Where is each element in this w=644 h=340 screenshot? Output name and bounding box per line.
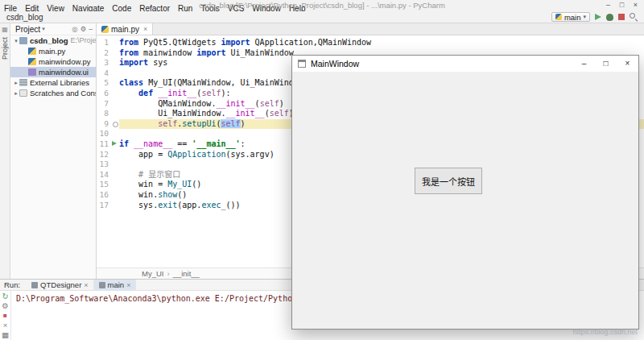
mainwindow-dialog: MainWindow –□× 我是一个按钮 <box>291 55 639 330</box>
gutter-spacer <box>111 170 119 180</box>
watermark: https://blog.csdn.net <box>572 328 638 336</box>
gutter-spacer <box>111 150 119 160</box>
code-text: def __init__(self): <box>119 89 231 99</box>
project-panel-title[interactable]: Project <box>15 25 40 34</box>
breadcrumb-item-init[interactable]: __init__ <box>173 269 200 278</box>
close-icon[interactable]: × <box>3 321 8 330</box>
gutter-marker-icon[interactable] <box>111 119 119 130</box>
tree-item-mainwindow-ui[interactable]: mainwindow.ui <box>10 67 96 77</box>
hide-icon[interactable]: – <box>89 23 93 35</box>
dialog-title: MainWindow <box>311 59 359 68</box>
tree-item-external-libraries[interactable]: ▸External Libraries <box>10 77 96 88</box>
tree-item-label: main.py <box>39 46 65 56</box>
tree-item-label: External Libraries <box>30 77 89 88</box>
tool-window-strip: ▦ Project <box>0 23 10 279</box>
breadcrumb-item-my-ui[interactable]: My_UI <box>142 269 163 278</box>
line-number[interactable]: 8 <box>97 109 111 119</box>
line-number[interactable]: 17 <box>97 201 111 211</box>
menu-bar: FileEditViewNavigateCodeRefactorRunTools… <box>0 0 644 11</box>
editor-tab-main-py[interactable]: main.py × <box>97 23 153 35</box>
run-line-icon[interactable] <box>111 139 119 150</box>
run-toolbar: ↻⚙■×▦▥ <box>0 291 11 340</box>
search-everywhere-icon[interactable] <box>630 13 638 21</box>
tool-window-switcher-icon[interactable]: ▦ <box>0 26 10 33</box>
gutter-spacer <box>111 160 119 170</box>
maximize-button[interactable]: □ <box>615 0 629 10</box>
code-text: win = My_UI() <box>119 180 201 190</box>
close-icon[interactable]: × <box>84 281 88 289</box>
code-text: self.setupUi(self) <box>119 119 246 130</box>
settings-icon[interactable]: ⚙ <box>2 302 9 310</box>
line-number[interactable]: 4 <box>97 68 111 79</box>
line-number[interactable]: 15 <box>97 180 111 190</box>
run-config-label: main <box>564 13 581 22</box>
gutter-spacer <box>111 38 119 48</box>
run-tab-qtdesigner[interactable]: QTDesigner× <box>27 280 93 291</box>
dialog-title-bar[interactable]: MainWindow –□× <box>292 56 638 72</box>
chevron-expanded-icon[interactable]: ▾ <box>13 35 19 46</box>
line-number[interactable]: 6 <box>97 89 111 99</box>
close-button[interactable]: × <box>629 0 642 10</box>
gutter-spacer <box>111 190 119 201</box>
tree-item-main-py[interactable]: main.py <box>10 46 96 56</box>
console-icon <box>31 282 38 288</box>
line-number[interactable]: 10 <box>97 129 111 139</box>
close-icon[interactable]: × <box>143 25 147 33</box>
dialog-window-controls: –□× <box>573 56 638 72</box>
gutter-spacer <box>111 201 119 211</box>
code-text: from mainwindow import Ui_MainWindow <box>119 48 294 59</box>
editor-tab-bar: main.py × <box>97 23 644 35</box>
line-number[interactable]: 12 <box>97 150 111 160</box>
run-tab-main[interactable]: main× <box>94 280 137 291</box>
line-number[interactable]: 7 <box>97 99 111 110</box>
grid-icon[interactable]: ▦ <box>2 331 9 339</box>
console-icon <box>99 282 105 288</box>
code-text: if __name__ == '__main__': <box>119 139 246 150</box>
tree-item-scratches-and-consoles[interactable]: ▸Scratches and Consoles <box>10 88 96 98</box>
line-number[interactable]: 3 <box>97 58 111 68</box>
gutter-spacer <box>111 99 119 110</box>
gutter-spacer <box>111 109 119 119</box>
stop-icon[interactable]: ■ <box>3 312 7 320</box>
qt-push-button[interactable]: 我是一个按钮 <box>415 168 482 194</box>
tree-item-label: csdn_blog <box>30 35 68 46</box>
maximize-button[interactable]: □ <box>595 56 617 72</box>
line-number[interactable]: 1 <box>97 38 111 48</box>
line-number[interactable]: 2 <box>97 48 111 59</box>
python-file-icon <box>28 58 36 65</box>
scratches-icon <box>19 89 27 97</box>
editor-tab-label: main.py <box>111 25 139 34</box>
close-button[interactable]: × <box>617 56 638 72</box>
code-line-1: 1from PyQt5.QtWidgets import QApplicatio… <box>97 38 644 48</box>
navigation-toolbar: csdn_blog main ▾ <box>0 11 644 23</box>
tree-item-label: mainwindow.ui <box>39 67 89 77</box>
chevron-collapsed-icon[interactable]: ▸ <box>13 88 19 98</box>
stop-button[interactable] <box>618 14 625 20</box>
window-icon <box>298 60 306 68</box>
code-text: Ui_MainWindow.__init__(self) <box>119 109 294 119</box>
breadcrumb[interactable]: csdn_blog <box>6 13 43 22</box>
line-number[interactable]: 13 <box>97 160 111 170</box>
line-number[interactable]: 16 <box>97 190 111 201</box>
run-button[interactable] <box>595 14 601 20</box>
gutter-spacer <box>111 58 119 68</box>
window-controls: –□× <box>601 0 642 10</box>
line-number[interactable]: 5 <box>97 78 111 89</box>
tree-item-mainwindow-py[interactable]: mainwindow.py <box>10 56 96 67</box>
gear-icon[interactable]: ⚙ <box>80 23 87 35</box>
chevron-down-icon[interactable]: ▾ <box>42 26 45 32</box>
line-number[interactable]: 14 <box>97 170 111 180</box>
locate-icon[interactable]: ◎ <box>72 23 77 35</box>
chevron-collapsed-icon[interactable]: ▸ <box>13 77 19 88</box>
minimize-button[interactable]: – <box>601 0 615 10</box>
close-icon[interactable]: × <box>126 281 130 289</box>
rerun-icon[interactable]: ↻ <box>2 292 9 301</box>
line-number[interactable]: 11 <box>97 139 111 150</box>
minimize-button[interactable]: – <box>573 56 595 72</box>
line-number[interactable]: 9 <box>97 119 111 130</box>
run-config-select[interactable]: main ▾ <box>551 12 590 22</box>
debug-button[interactable] <box>606 14 613 21</box>
tree-item-csdn-blog[interactable]: ▾csdn_blogE:\Project\Python_Pro... <box>10 35 96 46</box>
project-tool-tab[interactable]: Project <box>1 37 9 60</box>
code-text: # 显示窗口 <box>119 170 180 180</box>
